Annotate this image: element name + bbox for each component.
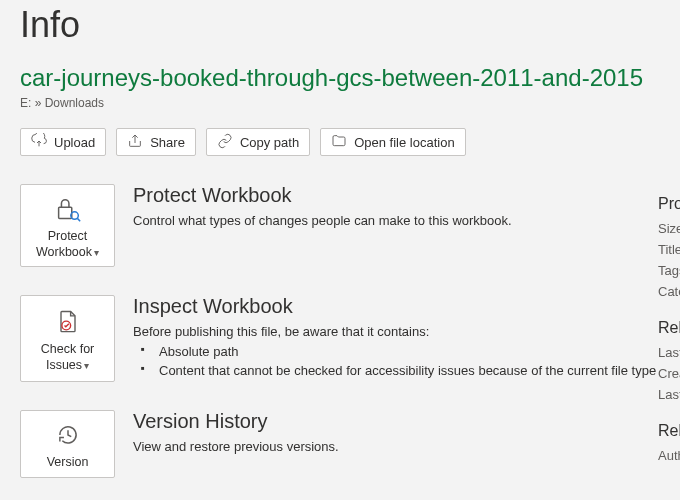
prop-last-printed-label: Last Printed: [658, 387, 680, 402]
version-section: Version Version History View and restore…: [20, 410, 660, 478]
link-icon: [217, 133, 233, 152]
list-item: Absolute path: [151, 343, 660, 361]
list-item: Content that cannot be checked for acces…: [151, 362, 660, 380]
prop-last-modified-label: Last Modified: [658, 345, 680, 360]
inspect-list: Absolute path Content that cannot be che…: [133, 343, 660, 380]
document-check-icon: [54, 306, 82, 338]
inspect-section: Check for Issues▾ Inspect Workbook Befor…: [20, 295, 660, 382]
related-people-header: Related People: [658, 422, 680, 440]
protect-desc: Control what types of changes people can…: [133, 212, 660, 230]
protect-workbook-button[interactable]: Protect Workbook▾: [20, 184, 115, 267]
properties-header: Properties: [658, 195, 680, 213]
upload-icon: [31, 133, 47, 152]
prop-author-label: Author: [658, 448, 680, 463]
prop-size-label: Size: [658, 221, 680, 236]
chevron-down-icon: ▾: [94, 247, 99, 258]
copy-path-button[interactable]: Copy path: [206, 128, 310, 156]
share-label: Share: [150, 135, 185, 150]
prop-categories-label: Categories: [658, 284, 680, 299]
prop-title-label: Title: [658, 242, 680, 257]
share-button[interactable]: Share: [116, 128, 196, 156]
share-icon: [127, 133, 143, 152]
version-history-button[interactable]: Version: [20, 410, 115, 478]
properties-panel: Properties Size Title Tags Categories Re…: [658, 195, 680, 469]
version-title: Version History: [133, 410, 660, 433]
inspect-title: Inspect Workbook: [133, 295, 660, 318]
prop-tags-label: Tags: [658, 263, 680, 278]
history-icon: [55, 419, 81, 451]
check-for-issues-button[interactable]: Check for Issues▾: [20, 295, 115, 382]
protect-section: Protect Workbook▾ Protect Workbook Contr…: [20, 184, 660, 267]
version-tile-label: Version: [47, 455, 89, 469]
action-bar: Upload Share Copy path Open file locatio…: [20, 128, 660, 156]
version-desc: View and restore previous versions.: [133, 438, 660, 456]
upload-button[interactable]: Upload: [20, 128, 106, 156]
svg-rect-0: [58, 207, 71, 218]
copy-path-label: Copy path: [240, 135, 299, 150]
protect-tile-label: Protect Workbook: [36, 229, 92, 259]
open-location-label: Open file location: [354, 135, 454, 150]
inspect-desc: Before publishing this file, be aware th…: [133, 323, 660, 341]
folder-icon: [331, 133, 347, 152]
chevron-down-icon: ▾: [84, 360, 89, 371]
protect-title: Protect Workbook: [133, 184, 660, 207]
upload-label: Upload: [54, 135, 95, 150]
file-path: E: » Downloads: [20, 96, 660, 110]
file-name: car-journeys-booked-through-gcs-between-…: [20, 64, 660, 92]
related-dates-header: Related Dates: [658, 319, 680, 337]
lock-search-icon: [53, 193, 83, 225]
page-title: Info: [20, 4, 660, 46]
open-file-location-button[interactable]: Open file location: [320, 128, 465, 156]
prop-created-label: Created: [658, 366, 680, 381]
